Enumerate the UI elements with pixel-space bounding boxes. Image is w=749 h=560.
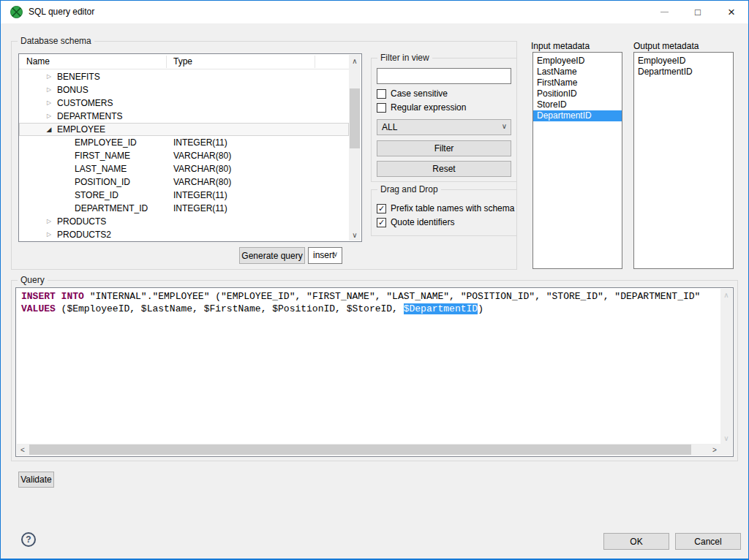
scroll-right-icon[interactable]: > (709, 444, 720, 455)
quote-identifiers-label: Quote identifiers (391, 217, 454, 227)
expand-icon[interactable]: ▷ (45, 110, 53, 123)
generate-query-label: Generate query (241, 251, 302, 261)
query-mode-select[interactable]: insert ∨ (308, 247, 342, 264)
list-item[interactable]: DepartmentID (533, 110, 622, 121)
close-icon: × (728, 5, 735, 20)
query-text[interactable]: INSERT INTO "INTERNAL"."EMPLOYEE" ("EMPL… (21, 290, 718, 315)
schema-tree[interactable]: Name Type ▷BENEFITS▷BONUS▷CUSTOMERS▷DEPA… (18, 53, 362, 242)
query-horizontal-scrollbar[interactable]: < > (17, 444, 720, 455)
scroll-down-icon[interactable]: ∨ (720, 432, 732, 444)
ok-button-label: OK (630, 537, 642, 547)
column-header-name[interactable]: Name (26, 56, 50, 67)
checkbox-unchecked-icon[interactable] (377, 103, 386, 113)
query-vertical-scrollbar[interactable]: ∧ ∨ (720, 289, 732, 444)
chevron-down-icon: ∨ (502, 122, 507, 130)
tree-row[interactable]: STORE_IDINTEGER(11) (19, 189, 349, 202)
expand-icon[interactable]: ▷ (45, 70, 53, 83)
reset-button[interactable]: Reset (377, 161, 511, 177)
tree-item-name: DEPARTMENT_ID (75, 202, 148, 215)
validate-button-label: Validate (20, 474, 51, 485)
tree-row[interactable]: LAST_NAMEVARCHAR(80) (19, 162, 349, 175)
tree-row[interactable]: ▷DEPARTMENTS (19, 110, 349, 123)
reset-button-label: Reset (432, 164, 455, 174)
generate-query-button[interactable]: Generate query (239, 247, 305, 264)
tree-vertical-scrollbar[interactable]: ∧ ∨ (349, 55, 361, 241)
tree-row[interactable]: FIRST_NAMEVARCHAR(80) (19, 149, 349, 162)
cancel-button-label: Cancel (694, 537, 721, 547)
scroll-up-icon[interactable]: ∧ (349, 55, 361, 67)
list-item[interactable]: DepartmentID (634, 67, 733, 77)
tree-item-type: VARCHAR(80) (173, 149, 231, 162)
tree-item-name: BENEFITS (57, 70, 100, 83)
tree-row[interactable]: ◢EMPLOYEE (19, 123, 349, 136)
tree-row[interactable]: ▷BENEFITS (19, 70, 349, 83)
window-title: SQL query editor (29, 7, 94, 17)
tree-item-type: INTEGER(11) (173, 202, 227, 215)
schema-tree-header: Name Type (19, 54, 349, 69)
sql-query-editor-dialog: SQL query editor □ × Database schema Nam… (0, 0, 749, 560)
checkbox-checked-icon[interactable]: ✓ (377, 218, 386, 227)
query-editor[interactable]: INSERT INTO "INTERNAL"."EMPLOYEE" ("EMPL… (15, 287, 734, 457)
quote-identifiers-checkbox[interactable]: ✓ Quote identifiers (377, 217, 454, 227)
tree-item-name: DEPARTMENTS (57, 110, 123, 123)
tree-row[interactable]: ▷PRODUCTS2 (19, 228, 349, 241)
tree-item-name: EMPLOYEE (57, 123, 105, 136)
filter-scope-select[interactable]: ALL ∨ (377, 119, 511, 135)
tree-item-type: INTEGER(11) (173, 189, 227, 202)
tree-item-name: STORE_ID (75, 189, 118, 202)
help-button[interactable]: ? (21, 532, 36, 547)
close-button[interactable]: × (715, 1, 748, 23)
sql-text: "INTERNAL"."EMPLOYEE" ("EMPLOYEE_ID", "F… (84, 291, 701, 302)
scrollbar-thumb[interactable] (29, 444, 691, 455)
scroll-down-icon[interactable]: ∨ (349, 229, 361, 241)
tree-item-name: PRODUCTS2 (57, 228, 111, 241)
ok-button[interactable]: OK (603, 533, 669, 550)
list-item[interactable]: StoreID (533, 99, 622, 110)
scroll-up-icon[interactable]: ∧ (720, 289, 732, 300)
list-item[interactable]: EmployeeID (634, 56, 733, 67)
minimize-button[interactable] (647, 1, 681, 23)
filter-button[interactable]: Filter (377, 140, 511, 156)
case-sensitive-checkbox[interactable]: Case sensitive (377, 88, 448, 99)
expand-icon[interactable]: ▷ (45, 228, 53, 241)
output-metadata-list[interactable]: EmployeeIDDepartmentID (633, 52, 734, 269)
list-item[interactable]: EmployeeID (533, 56, 622, 67)
validate-button[interactable]: Validate (18, 472, 54, 488)
expand-icon[interactable]: ▷ (45, 97, 53, 110)
list-item[interactable]: FirstName (533, 77, 622, 88)
cancel-button[interactable]: Cancel (675, 533, 741, 550)
prefix-table-names-checkbox[interactable]: ✓ Prefix table names with schema (377, 203, 514, 213)
scrollbar-thumb[interactable] (350, 88, 360, 148)
column-divider (166, 56, 167, 68)
expand-icon[interactable]: ▷ (45, 83, 53, 97)
filter-group-label: Filter in view (377, 53, 432, 63)
checkbox-checked-icon[interactable]: ✓ (377, 204, 386, 213)
input-metadata-list[interactable]: EmployeeIDLastNameFirstNamePositionIDSto… (532, 52, 622, 269)
case-sensitive-label: Case sensitive (391, 88, 448, 99)
sql-text: ) (478, 303, 483, 314)
tree-row[interactable]: ▷BONUS (19, 83, 349, 97)
sql-keyword: INSERT INTO (21, 291, 84, 302)
scrollbar-corner (720, 444, 732, 455)
tree-row[interactable]: ▷CUSTOMERS (19, 97, 349, 110)
maximize-button[interactable]: □ (681, 1, 715, 23)
tree-row[interactable]: ▷PRODUCTS (19, 215, 349, 228)
collapse-icon[interactable]: ◢ (45, 123, 53, 136)
sql-keyword: VALUES (21, 303, 56, 314)
tree-row[interactable]: EMPLOYEE_IDINTEGER(11) (19, 136, 349, 149)
input-metadata-label: Input metadata (531, 41, 590, 51)
list-item[interactable]: PositionID (533, 88, 622, 99)
regular-expression-checkbox[interactable]: Regular expression (377, 102, 466, 113)
list-item[interactable]: LastName (533, 67, 622, 77)
chevron-down-icon: ∨ (333, 250, 338, 258)
checkbox-unchecked-icon[interactable] (377, 89, 386, 99)
tree-item-name: FIRST_NAME (75, 149, 130, 162)
expand-icon[interactable]: ▷ (45, 215, 53, 228)
tree-row[interactable]: POSITION_IDVARCHAR(80) (19, 175, 349, 189)
column-header-type[interactable]: Type (173, 56, 192, 67)
regular-expression-label: Regular expression (391, 102, 466, 113)
tree-row[interactable]: DEPARTMENT_IDINTEGER(11) (19, 202, 349, 215)
scroll-left-icon[interactable]: < (17, 444, 29, 455)
filter-input[interactable] (377, 68, 511, 84)
tree-item-name: CUSTOMERS (57, 97, 113, 110)
